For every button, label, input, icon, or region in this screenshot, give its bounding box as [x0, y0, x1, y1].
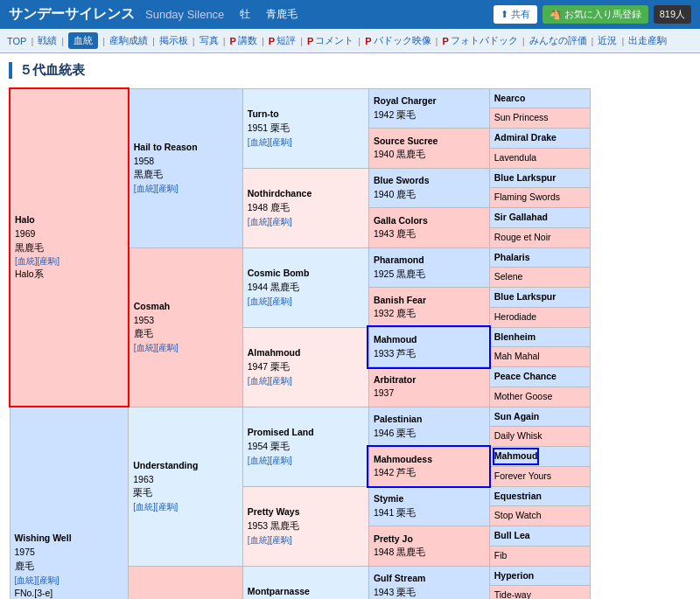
horse-links[interactable]: [血統][産駒] [133, 500, 238, 513]
horse-name: Pharamond [374, 254, 485, 268]
horse-links[interactable]: [血統][産駒] [248, 136, 364, 149]
nav-recent[interactable]: 近況 [598, 34, 617, 47]
horse-name: Gulf Stream [374, 572, 485, 586]
nav-paddock-video[interactable]: パドック映像 [374, 34, 431, 47]
gen4-gulf-stream: Gulf Stream 1943 栗毛 [368, 566, 489, 599]
gen5-blue-larkspur2: Blue Larkspur [489, 288, 590, 308]
table-row: Wishing Well 1975 鹿毛 [血統][産駒] FNo.[3-e] … [10, 407, 690, 427]
horse-year: 1940 黒鹿毛 [374, 148, 485, 162]
gen1-halo: Halo 1969 黒鹿毛 [血統][産駒] Halo系 [10, 88, 129, 407]
horse-gender: 牡 [240, 7, 250, 22]
horse-year: 1933 芦毛 [374, 347, 485, 361]
favorite-count: 819人 [654, 5, 691, 24]
gen5-sir-gallahad: Sir Gallahad [489, 208, 590, 228]
horse-year: 1953 黒鹿毛 [248, 519, 364, 533]
share-icon: ⬆ [500, 9, 508, 20]
horse-name: Sun Princess [494, 112, 549, 122]
horse-name: Royal Charger [374, 94, 485, 108]
gen5-forever-yours: Forever Yours [489, 466, 590, 486]
nav-evaluation[interactable]: みんなの評価 [529, 34, 587, 47]
gen5-mother-goose: Mother Goose [489, 387, 590, 407]
share-button[interactable]: ⬆ 共有 [494, 5, 537, 24]
header-left: サンデーサイレンス Sunday Silence 牡 青鹿毛 [9, 5, 298, 24]
gen5-fib: Fib [489, 546, 590, 566]
favorite-button[interactable]: 🐴 お気に入り馬登録 [542, 5, 648, 24]
horse-year: 1958 [134, 155, 238, 169]
pedigree-table-wrap: Halo 1969 黒鹿毛 [血統][産駒] Halo系 Hail to Rea… [9, 87, 691, 599]
horse-year: 1940 鹿毛 [374, 188, 485, 202]
gen3-promised-land: Promised Land 1954 栗毛 [血統][産駒] [242, 407, 368, 486]
horse-year: 1925 黒鹿毛 [374, 268, 485, 282]
horse-links[interactable]: [血統][産駒] [248, 374, 364, 387]
horse-year: 1946 栗毛 [374, 427, 485, 441]
gen4-banish-fear: Banish Fear 1932 鹿毛 [368, 288, 489, 328]
gen5-peace-chance: Peace Chance [489, 367, 590, 387]
horse-name: Cosmah [134, 300, 238, 314]
horse-name: Palestinian [374, 413, 485, 427]
nav-short-review[interactable]: 短評 [276, 34, 296, 47]
horse-links[interactable]: [血統][産駒] [248, 215, 364, 228]
horse-links[interactable]: [血統][産駒] [134, 182, 238, 195]
horse-coat: 栗毛 [133, 486, 238, 500]
gen4-arbitrator: Arbitrator 1937 [368, 367, 489, 407]
gen5-phalaris: Phalaris [489, 247, 590, 268]
nav-comment[interactable]: コメント [315, 34, 354, 47]
main-content: ５代血統表 Halo 1969 黒鹿毛 [血統][産駒] [0, 53, 700, 599]
horse-year: 1947 栗毛 [248, 360, 364, 374]
gen5-selene: Selene [489, 268, 590, 288]
horse-name: Halo [15, 213, 123, 227]
horse-name: Banish Fear [374, 294, 485, 308]
gen5-rouge-et-noir: Rouge et Noir [489, 227, 590, 247]
horse-year: 1953 [134, 314, 238, 328]
horse-name: Flaming Swords [494, 192, 560, 202]
horse-name: Mahmoudess [374, 453, 485, 467]
nav-runners[interactable]: 出走産駒 [628, 34, 667, 47]
gen5-equestrian: Equestrian [489, 486, 590, 506]
gen5-flaming-swords: Flaming Swords [489, 188, 590, 208]
horse-links[interactable]: [血統][産駒] [248, 533, 364, 547]
horse-links[interactable]: [血統][産駒] [15, 574, 124, 587]
horse-name: Blue Larkspur [494, 291, 556, 302]
horse-name: Stymie [374, 492, 485, 506]
gen4-stymie: Stymie 1941 栗毛 [368, 486, 489, 526]
nav-top[interactable]: TOP [7, 36, 26, 46]
horse-name: Bull Lea [494, 530, 530, 540]
gen5-nearco: Nearco [489, 88, 590, 108]
horse-links[interactable]: [血統][産駒] [134, 341, 238, 354]
horse-links[interactable]: [血統][産駒] [15, 254, 123, 268]
horse-name: Mahmoud [374, 333, 485, 347]
horse-name: Rouge et Noir [494, 232, 551, 242]
horse-year: 1943 鹿毛 [374, 227, 485, 241]
horse-name: Sir Gallahad [494, 212, 548, 222]
gen2-cosmah: Cosmah 1953 鹿毛 [血統][産駒] [129, 247, 243, 407]
nav-lecture[interactable]: 講数 [238, 34, 257, 47]
gen5-tide-way: Tide-way [489, 586, 590, 599]
horse-name: Promised Land [248, 426, 364, 440]
horse-name: Almahmoud [248, 346, 364, 360]
gen4-royal-charger: Royal Charger 1942 栗毛 [368, 88, 489, 129]
horse-name: Pretty Jo [374, 533, 485, 547]
horse-name: Sun Again [494, 411, 540, 421]
gen4-source-sucree: Source Sucree 1940 黒鹿毛 [368, 129, 489, 169]
nav-record[interactable]: 戦績 [38, 34, 57, 47]
gen4-pharamond: Pharamond 1925 黒鹿毛 [368, 247, 489, 288]
gen5-admiral-drake: Admiral Drake [489, 129, 590, 149]
horse-year: 1954 栗毛 [248, 440, 364, 454]
gen4-blue-swords: Blue Swords 1940 鹿毛 [368, 168, 489, 208]
nav-photo-paddock[interactable]: フォトパドック [451, 34, 518, 47]
gen5-blenheim: Blenheim [489, 327, 590, 347]
horse-name: Peace Chance [494, 371, 556, 381]
gen5-sun-again: Sun Again [489, 407, 590, 427]
nav-photo[interactable]: 写真 [200, 34, 219, 47]
horse-name: Fib [494, 550, 508, 561]
horse-links[interactable]: [血統][産駒] [248, 454, 364, 467]
nav-board[interactable]: 掲示板 [159, 34, 188, 47]
nav-pedigree-active[interactable]: 血統 [68, 32, 98, 49]
nav-offspring[interactable]: 産駒成績 [109, 34, 148, 47]
horse-name: Hail to Reason [134, 141, 238, 155]
horse-name: Arbitrator [374, 373, 485, 387]
horse-year: 1948 鹿毛 [248, 201, 364, 215]
gen3-montparnasse: Montparnasse 1956 [血統][産駒] [242, 566, 368, 599]
horse-links[interactable]: [血統][産駒] [248, 295, 364, 308]
horse-year: 1942 芦毛 [374, 466, 485, 480]
